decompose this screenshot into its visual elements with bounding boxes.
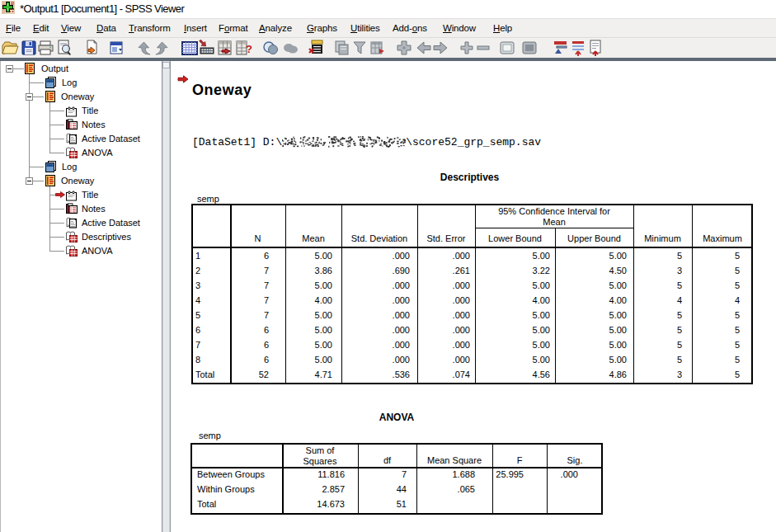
svg-text:?: ? (246, 43, 252, 55)
